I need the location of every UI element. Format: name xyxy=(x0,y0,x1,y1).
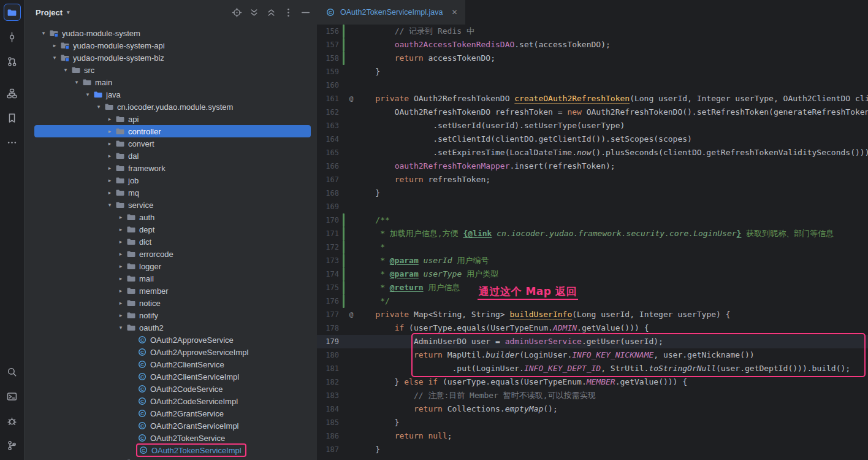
tab-close-icon[interactable]: ✕ xyxy=(451,8,457,17)
project-folder-icon[interactable] xyxy=(4,4,21,21)
code-line-168[interactable]: 168 } xyxy=(317,186,868,200)
pull-requests-icon[interactable] xyxy=(4,53,21,70)
line-number[interactable]: 156 xyxy=(317,25,341,38)
annotation-gutter-icon[interactable]: @ xyxy=(346,308,356,321)
chevron-closed-icon[interactable]: ▸ xyxy=(116,239,125,245)
tree-item-oauth2approveservice[interactable]: COAuth2ApproveService xyxy=(25,334,317,346)
tree-item-job[interactable]: ▸job xyxy=(25,174,317,186)
annotation-gutter-icon[interactable]: @ xyxy=(346,92,356,105)
structure-icon[interactable] xyxy=(4,85,21,102)
line-number[interactable]: 186 xyxy=(317,429,341,443)
code-line-176[interactable]: 176 */ xyxy=(317,294,868,308)
tree-item-service[interactable]: ▾service xyxy=(25,199,317,211)
chevron-open-icon[interactable]: ▾ xyxy=(50,55,59,61)
code-line-181[interactable]: 181 .put(LoginUser.INFO_KEY_DEPT_ID, Str… xyxy=(317,362,868,375)
tree-item-yudao-module-system-biz[interactable]: ▾yudao-module-system-biz xyxy=(25,52,317,64)
commit-icon[interactable] xyxy=(4,28,21,45)
code-line-165[interactable]: 165 .setExpiresTime(LocalDateTime.now().… xyxy=(317,146,868,159)
tree-item-mail[interactable]: ▸mail xyxy=(25,272,317,285)
terminal-icon[interactable] xyxy=(4,388,21,405)
tree-item-notice[interactable]: ▸notice xyxy=(25,297,317,309)
line-number[interactable]: 184 xyxy=(317,402,341,416)
more-actions-icon[interactable] xyxy=(283,7,294,18)
line-number[interactable]: 162 xyxy=(317,105,341,119)
line-number[interactable]: 163 xyxy=(317,119,341,132)
chevron-closed-icon[interactable]: ▸ xyxy=(116,312,125,318)
line-number[interactable]: 165 xyxy=(317,146,341,159)
chevron-closed-icon[interactable]: ▸ xyxy=(116,300,125,306)
tree-item-oauth2clientserviceimpl[interactable]: COAuth2ClientServiceImpl xyxy=(25,370,317,383)
tree-item-logger[interactable]: ▸logger xyxy=(25,260,317,272)
line-number[interactable]: 169 xyxy=(317,200,341,213)
line-number[interactable]: 180 xyxy=(317,348,341,362)
code-line-185[interactable]: 185 } xyxy=(317,416,868,429)
collapse-all-icon[interactable] xyxy=(266,7,276,18)
chevron-open-icon[interactable]: ▾ xyxy=(105,202,114,208)
chevron-closed-icon[interactable]: ▸ xyxy=(116,275,125,282)
line-number[interactable]: 159 xyxy=(317,65,341,79)
tree-item-mq[interactable]: ▸mq xyxy=(25,186,317,199)
tree-item-oauth2grantserviceimpl[interactable]: COAuth2GrantServiceImpl xyxy=(25,420,317,432)
tree-item-notify[interactable]: ▸notify xyxy=(25,309,317,321)
tree-item-oauth2codeservice[interactable]: COAuth2CodeService xyxy=(25,383,317,395)
code-line-172[interactable]: 172 * xyxy=(317,240,868,254)
code-line-163[interactable]: 163 .setUserId(userId).setUserType(userT… xyxy=(317,119,868,132)
line-number[interactable]: 179 xyxy=(317,335,341,348)
tree-item-java[interactable]: ▾java xyxy=(25,88,317,101)
tree-item-dept[interactable]: ▸dept xyxy=(25,223,317,236)
chevron-closed-icon[interactable]: ▸ xyxy=(105,165,114,171)
tree-item-src[interactable]: ▾src xyxy=(25,64,317,76)
tree-item-yudao-module-system-api[interactable]: ▸yudao-module-system-api xyxy=(25,39,317,52)
tree-item-oauth2tokenserviceimpl[interactable]: COAuth2TokenServiceImpl xyxy=(25,444,317,456)
line-number[interactable]: 160 xyxy=(317,79,341,92)
project-panel-title[interactable]: Project xyxy=(36,8,63,17)
tree-item-errorcode[interactable]: ▸errorcode xyxy=(25,248,317,260)
code-line-179[interactable]: 179 AdminUserDO user = adminUserService.… xyxy=(317,335,868,348)
hide-panel-icon[interactable] xyxy=(300,7,311,18)
code-line-167[interactable]: 167 return refreshToken; xyxy=(317,173,868,186)
line-number[interactable]: 177 xyxy=(317,308,341,321)
tree-item-controller[interactable]: ▸controller xyxy=(34,125,311,137)
code-line-178[interactable]: 178 if (userType.equals(UserTypeEnum.ADM… xyxy=(317,321,868,335)
chevron-closed-icon[interactable]: ▸ xyxy=(105,177,114,183)
tree-item-oauth2approveserviceimpl[interactable]: COAuth2ApproveServiceImpl xyxy=(25,346,317,358)
chevron-open-icon[interactable]: ▾ xyxy=(83,91,92,98)
code-line-187[interactable]: 187 } xyxy=(317,443,868,456)
tree-item-yudao-module-system[interactable]: ▾yudao-module-system xyxy=(25,27,317,39)
code-line-159[interactable]: 159 } xyxy=(317,65,868,79)
tree-item-framework[interactable]: ▸framework xyxy=(25,162,317,174)
code-line-157[interactable]: 157 oauth2AccessTokenRedisDAO.set(access… xyxy=(317,38,868,52)
chevron-closed-icon[interactable]: ▸ xyxy=(116,214,125,220)
project-dropdown-chevron-icon[interactable]: ▾ xyxy=(67,9,70,15)
code-line-171[interactable]: 171 * 加载用户信息,方便 {@link cn.iocoder.yudao.… xyxy=(317,227,868,240)
expand-all-icon[interactable] xyxy=(249,7,259,18)
line-number[interactable]: 168 xyxy=(317,186,341,200)
line-number[interactable]: 167 xyxy=(317,173,341,186)
tree-item-oauth2tokenservice[interactable]: COAuth2TokenService xyxy=(25,432,317,444)
chevron-open-icon[interactable]: ▾ xyxy=(94,104,103,110)
tree-item-oauth2clientservice[interactable]: COAuth2ClientService xyxy=(25,358,317,370)
line-number[interactable]: 170 xyxy=(317,213,341,227)
code-line-180[interactable]: 180 return MapUtil.builder(LoginUser.INF… xyxy=(317,348,868,362)
code-line-169[interactable]: 169 xyxy=(317,200,868,213)
tree-item-oauth2codeserviceimpl[interactable]: COAuth2CodeServiceImpl xyxy=(25,395,317,407)
chevron-closed-icon[interactable]: ▸ xyxy=(116,263,125,269)
tree-item-convert[interactable]: ▸convert xyxy=(25,137,317,150)
code-line-173[interactable]: 173 * @param userId 用户编号 xyxy=(317,254,868,267)
tree-item-oauth2grantservice[interactable]: COAuth2GrantService xyxy=(25,407,317,420)
code-line-183[interactable]: 183 // 注意:目前 Member 暂时不读取,可以按需实现 xyxy=(317,389,868,402)
code-line-174[interactable]: 174 * @param userType 用户类型 xyxy=(317,267,868,281)
chevron-closed-icon[interactable]: ▸ xyxy=(105,128,114,134)
line-number[interactable]: 157 xyxy=(317,38,341,52)
chevron-closed-icon[interactable]: ▸ xyxy=(116,251,125,257)
chevron-open-icon[interactable]: ▾ xyxy=(61,67,70,73)
code-line-182[interactable]: 182 } else if (userType.equals(UserTypeE… xyxy=(317,375,868,389)
tree-item-oauth2[interactable]: ▾oauth2 xyxy=(25,321,317,334)
line-number[interactable]: 176 xyxy=(317,294,341,308)
search-icon[interactable] xyxy=(4,363,21,380)
tree-item-api[interactable]: ▸api xyxy=(25,113,317,125)
tree-item-member[interactable]: ▸member xyxy=(25,285,317,297)
chevron-closed-icon[interactable]: ▸ xyxy=(116,288,125,294)
chevron-open-icon[interactable]: ▾ xyxy=(72,79,81,85)
chevron-closed-icon[interactable]: ▸ xyxy=(105,116,114,122)
